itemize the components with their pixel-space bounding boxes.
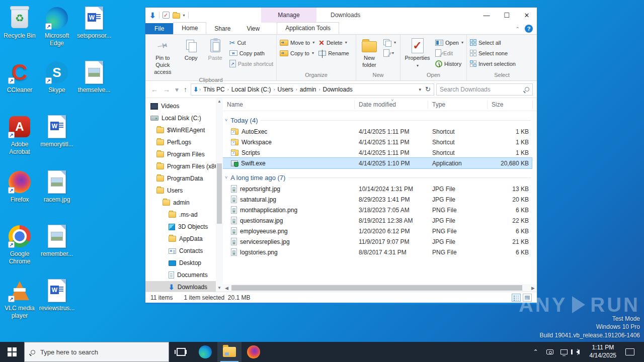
nav-item-ms-ad[interactable]: .ms-ad: [145, 209, 216, 221]
desktop-icon-firefox[interactable]: ↗ Firefox: [1, 170, 38, 222]
rename-button[interactable]: Rename: [316, 48, 351, 58]
manage-contextual-tab[interactable]: Manage: [261, 8, 316, 23]
copy-to-button[interactable]: Copy to▾: [278, 48, 316, 58]
file-row[interactable]: employeeuse.png 1/20/2020 6:12 PM PNG Fi…: [223, 226, 532, 236]
edit-button[interactable]: Edit: [433, 48, 465, 58]
desktop-icon-memorytitl[interactable]: W memorytitl...: [38, 115, 75, 167]
column-type[interactable]: Type: [428, 100, 488, 109]
taskbar-search[interactable]: Type here to search: [24, 342, 169, 362]
task-view-button[interactable]: [169, 342, 193, 362]
network-icon[interactable]: [557, 342, 571, 362]
desktop-icon-remember[interactable]: remember...: [38, 224, 75, 277]
group-header-today[interactable]: ˅ Today (4): [223, 114, 537, 126]
select-all-button[interactable]: Select all: [468, 37, 518, 48]
desktop-icon-ccleaner[interactable]: C↗ CCleaner: [1, 60, 38, 113]
nav-scrollbar[interactable]: ▲ ▼: [216, 98, 223, 292]
nav-item-winreagent[interactable]: $WinREAgent: [145, 124, 216, 136]
nav-item-documents[interactable]: Documents: [145, 269, 216, 281]
volume-icon[interactable]: [572, 342, 585, 362]
nav-item-program-files[interactable]: Program Files: [145, 148, 216, 160]
new-folder-button[interactable]: Newfolder: [357, 36, 381, 70]
desktop-icon-vlc[interactable]: ↗ VLC media player: [1, 279, 38, 331]
select-none-button[interactable]: Select none: [468, 48, 518, 58]
delete-button[interactable]: ✕ Delete▾: [316, 37, 351, 48]
recent-locations-chevron-icon[interactable]: ▾: [174, 85, 180, 94]
minimize-button[interactable]: —: [476, 8, 497, 23]
hscrollbar-thumb[interactable]: [231, 285, 522, 291]
file-row[interactable]: satnatural.jpg 8/29/2023 1:41 PM JPG Fil…: [223, 194, 532, 205]
taskbar-edge-button[interactable]: [193, 342, 217, 362]
forward-button[interactable]: →: [162, 85, 172, 94]
screen-recorder-icon[interactable]: [543, 342, 556, 362]
group-collapse-chevron-icon[interactable]: ˅: [225, 118, 227, 123]
nav-item-videos[interactable]: Videos: [145, 100, 216, 112]
scroll-down-arrow-icon[interactable]: ▼: [216, 285, 223, 292]
close-button[interactable]: ✕: [517, 8, 537, 23]
group-collapse-chevron-icon[interactable]: ˅: [225, 175, 227, 180]
desktop-icon-edge[interactable]: ↗ Microsoft Edge: [38, 6, 75, 58]
scroll-right-arrow-icon[interactable]: ▶: [529, 286, 537, 291]
file-row[interactable]: reportsright.jpg 10/14/2024 1:31 PM JPG …: [223, 184, 532, 194]
start-button[interactable]: [0, 342, 24, 362]
collapse-ribbon-chevron-icon[interactable]: ⌃: [516, 26, 520, 32]
nav-item-local-disk[interactable]: Local Disk (C:): [145, 112, 216, 124]
nav-item-program-files-x86[interactable]: Program Files (x86): [145, 160, 216, 172]
search-input[interactable]: [440, 86, 522, 93]
file-row[interactable]: AutoExec 4/14/2025 1:11 PM Shortcut 1 KB: [223, 126, 532, 137]
open-button[interactable]: Open▾: [433, 37, 465, 48]
file-row[interactable]: Scripts 4/14/2025 1:11 PM Shortcut 1 KB: [223, 147, 532, 158]
desktop-icon-skype[interactable]: S↗ Skype: [38, 60, 75, 113]
file-row[interactable]: monthapplication.png 3/18/2023 7:05 AM P…: [223, 205, 532, 215]
new-item-button[interactable]: ▾: [381, 48, 398, 58]
breadcrumb-downloads[interactable]: Downloads: [321, 86, 354, 93]
desktop-icon-recycle-bin[interactable]: ♻ Recycle Bin: [1, 6, 38, 58]
tab-file[interactable]: File: [145, 23, 173, 34]
group-header-long-time-ago[interactable]: ˅ A long time ago (7): [223, 171, 537, 184]
taskbar-firefox-button[interactable]: [242, 342, 266, 362]
nav-item-downloads[interactable]: ⬇Downloads: [145, 281, 216, 292]
horizontal-scrollbar[interactable]: ◀ ▶: [223, 284, 537, 292]
pin-to-quick-access-button[interactable]: 📌︎ Pin to Quick access: [146, 36, 179, 77]
breadcrumb-admin[interactable]: admin: [298, 86, 318, 93]
file-row[interactable]: servicesreplies.jpg 11/9/2017 9:07 PM JP…: [223, 236, 532, 247]
nav-item-contacts[interactable]: Contacts: [145, 245, 216, 257]
tab-home[interactable]: Home: [173, 22, 206, 34]
maximize-button[interactable]: ☐: [497, 8, 517, 23]
file-row-selected[interactable]: Swift.exe 4/14/2025 1:10 PM Application …: [223, 158, 532, 168]
copy-path-button[interactable]: w Copy path: [227, 48, 275, 58]
desktop-icon-adobe-acrobat[interactable]: A↗ Adobe Acrobat: [1, 115, 38, 167]
back-button[interactable]: ←: [149, 85, 159, 94]
scrollbar-thumb[interactable]: [217, 163, 222, 224]
column-date-modified[interactable]: ˅Date modified: [355, 100, 428, 109]
desktop-icon-racem-jpg[interactable]: racem.jpg: [38, 170, 75, 222]
address-dropdown-chevron-icon[interactable]: ▾: [417, 87, 424, 92]
desktop-icon-reviewstrus[interactable]: W reviewstrus...: [38, 279, 75, 331]
history-button[interactable]: History: [433, 58, 465, 69]
help-icon[interactable]: ?: [525, 25, 533, 33]
desktop-icon-google-chrome[interactable]: ↗ Google Chrome: [1, 224, 38, 277]
nav-item-programdata[interactable]: ProgramData: [145, 172, 216, 185]
file-row[interactable]: logstories.png 8/8/2017 4:31 PM PNG File…: [223, 247, 532, 257]
desktop-icon-setsponsor[interactable]: W setsponsor...: [75, 6, 113, 58]
paste-shortcut-button[interactable]: ↗ Paste shortcut: [227, 58, 275, 69]
taskbar-clock[interactable]: 1:11 PM4/14/2025: [586, 344, 620, 359]
file-row[interactable]: questionsaw.jpg 8/19/2021 12:38 AM JPG F…: [223, 215, 532, 226]
properties-qat-icon[interactable]: ✓: [163, 12, 170, 19]
search-box[interactable]: [436, 83, 533, 96]
copy-button[interactable]: Copy: [179, 36, 203, 63]
new-folder-qat-icon[interactable]: [173, 13, 180, 19]
tab-share[interactable]: Share: [206, 23, 238, 34]
column-name[interactable]: Name: [223, 100, 355, 109]
properties-button[interactable]: Properties ▾: [401, 36, 433, 70]
paste-button[interactable]: Paste: [203, 36, 227, 63]
taskbar-file-explorer-button[interactable]: [217, 342, 242, 362]
nav-item-3d-objects[interactable]: 3D Objects: [145, 221, 216, 233]
scroll-left-arrow-icon[interactable]: ◀: [223, 286, 230, 291]
nav-item-users[interactable]: Users: [145, 185, 216, 197]
nav-item-perflogs[interactable]: PerfLogs: [145, 136, 216, 148]
column-size[interactable]: Size: [488, 100, 533, 109]
tab-view[interactable]: View: [238, 23, 268, 34]
breadcrumb-this-pc[interactable]: This PC: [202, 86, 226, 93]
nav-item-desktop[interactable]: Desktop: [145, 257, 216, 269]
invert-selection-button[interactable]: Invert selection: [468, 58, 518, 69]
